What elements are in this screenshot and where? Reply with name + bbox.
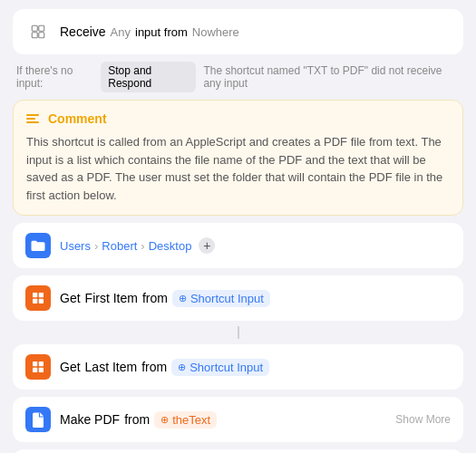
receive-block: Receive Any input from Nowhere: [13, 9, 463, 54]
get-last-icon: [25, 354, 51, 380]
svg-rect-5: [39, 293, 44, 297]
svg-rect-0: [32, 25, 37, 31]
shortcut-icon: ⊕: [179, 293, 187, 304]
make-pdf-label: Make PDF: [60, 412, 120, 427]
make-pdf-content: Make PDF from ⊕ theText: [60, 411, 386, 429]
comment-block: Comment This shortcut is called from an …: [13, 100, 463, 216]
svg-rect-8: [33, 361, 37, 366]
svg-rect-4: [33, 293, 37, 297]
svg-rect-10: [33, 368, 37, 372]
breadcrumb-desktop[interactable]: Desktop: [149, 239, 192, 253]
no-input-description: The shortcut named "TXT to PDF" did not …: [203, 64, 460, 90]
comment-lines-icon: [26, 114, 41, 123]
add-folder-button[interactable]: +: [199, 237, 215, 254]
svg-rect-7: [39, 299, 44, 304]
stop-respond-badge[interactable]: Stop and Respond: [101, 62, 196, 92]
make-pdf-from-label: from: [124, 412, 150, 427]
receive-nowhere: Nowhere: [192, 25, 239, 39]
receive-content: Receive Any input from Nowhere: [60, 24, 451, 39]
breadcrumb-robert[interactable]: Robert: [102, 239, 137, 253]
get-first-source-token[interactable]: ⊕ Shortcut Input: [172, 290, 270, 307]
get-last-block: Get Last Item from ⊕ Shortcut Input: [13, 344, 463, 390]
get-first-block: Get First Item from ⊕ Shortcut Input: [13, 275, 463, 321]
shortcut-icon-2: ⊕: [178, 361, 186, 373]
get-last-source-token[interactable]: ⊕ Shortcut Input: [171, 359, 269, 376]
save-block: Save 📄 PDF to 📄 File Show More: [13, 449, 463, 453]
svg-rect-6: [33, 299, 37, 304]
divider-1: [13, 328, 463, 337]
folder-icon: [25, 233, 51, 258]
make-pdf-show-more[interactable]: Show More: [395, 413, 451, 426]
make-pdf-block: Make PDF from ⊕ theText Show More: [13, 397, 463, 442]
receive-any: Any: [111, 25, 131, 39]
get-first-item: First Item: [85, 291, 138, 305]
comment-text: This shortcut is called from an AppleScr…: [26, 133, 450, 204]
get-first-label: Get: [60, 291, 81, 305]
breadcrumb-users[interactable]: Users: [60, 239, 91, 253]
svg-rect-9: [39, 361, 44, 366]
no-input-label: If there's no input:: [16, 64, 93, 90]
receive-input-from-label: input from: [135, 25, 188, 39]
the-text-icon: ⊕: [160, 414, 169, 426]
svg-rect-1: [39, 25, 44, 31]
make-pdf-icon: [25, 407, 51, 432]
get-first-from-label: from: [142, 291, 168, 305]
get-last-from-label: from: [141, 360, 167, 374]
comment-title: Comment: [48, 111, 107, 126]
get-last-label: Get: [60, 360, 81, 374]
svg-rect-11: [39, 368, 44, 372]
svg-rect-3: [39, 33, 44, 38]
receive-label: Receive: [60, 24, 106, 39]
get-last-content: Get Last Item from ⊕ Shortcut Input: [60, 359, 451, 376]
comment-header: Comment: [26, 111, 450, 126]
receive-icon: [25, 19, 51, 44]
get-first-content: Get First Item from ⊕ Shortcut Input: [60, 290, 451, 307]
svg-rect-2: [32, 33, 37, 38]
get-first-icon: [25, 285, 51, 311]
make-pdf-token[interactable]: ⊕ theText: [154, 411, 217, 429]
divider-line-1: [238, 326, 239, 339]
no-input-row: If there's no input: Stop and Respond Th…: [13, 62, 463, 92]
folder-block: Users › Robert › Desktop +: [13, 223, 463, 268]
breadcrumb: Users › Robert › Desktop +: [60, 237, 215, 254]
get-last-item: Last Item: [85, 360, 138, 374]
